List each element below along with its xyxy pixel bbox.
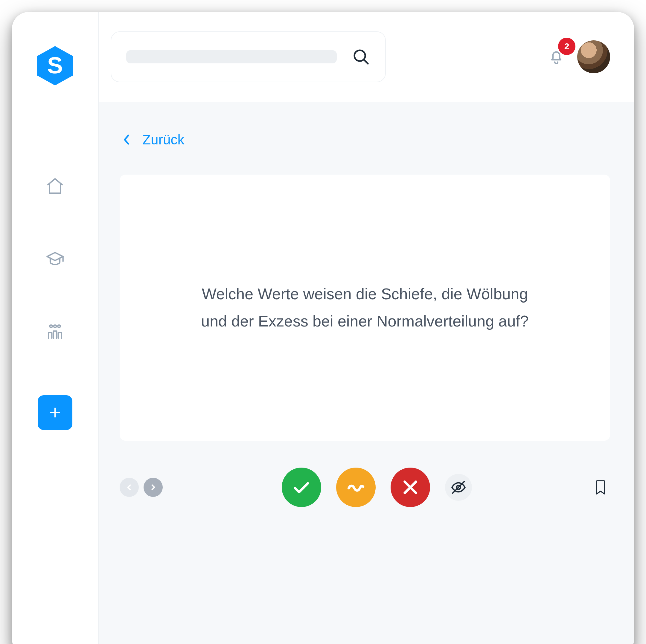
answer-actions [163,468,591,507]
content-area: Zurück Welche Werte weisen die Schiefe, … [99,102,634,644]
correct-button[interactable] [282,468,321,507]
svg-line-7 [364,60,368,64]
chevron-right-icon [149,484,157,491]
svg-point-2 [54,325,57,328]
flashcard: Welche Werte weisen die Schiefe, die Wöl… [120,174,610,441]
svg-point-1 [49,325,52,328]
flashcard-question: Welche Werte weisen die Schiefe, die Wöl… [200,280,529,335]
sidebar-nav [45,176,65,342]
sidebar: S [12,12,99,644]
search-input[interactable] [111,31,386,82]
bottom-controls [120,468,610,507]
chevron-left-icon [123,134,130,146]
wrong-button[interactable] [391,468,430,507]
people-icon[interactable] [45,322,65,342]
chevron-left-icon [125,484,133,491]
graduation-cap-icon[interactable] [45,249,65,268]
avatar[interactable] [577,40,610,73]
svg-point-3 [58,325,61,328]
pager [120,478,163,497]
main-column: 2 Zurück Welche Werte weisen die Schiefe… [99,12,634,644]
back-link[interactable]: Zurück [123,132,610,148]
app-logo: S [34,45,76,87]
notifications-badge: 2 [558,38,575,55]
pager-prev-button [120,478,139,497]
partial-button[interactable] [336,468,375,507]
app-frame: S [12,12,634,644]
wave-icon [346,478,365,497]
search-icon [352,47,370,66]
logo-letter: S [47,52,63,78]
topbar: 2 [99,12,634,102]
check-icon [292,478,311,497]
back-label: Zurück [142,132,185,148]
eye-off-icon [451,480,466,495]
pager-next-button[interactable] [143,478,163,497]
notifications-button[interactable]: 2 [547,48,565,66]
bookmark-icon [594,479,607,496]
cross-icon [401,478,420,497]
hide-button[interactable] [445,474,472,501]
home-icon[interactable] [45,176,65,196]
search-placeholder-bar [126,50,337,63]
add-button[interactable] [38,395,72,430]
bookmark-button[interactable] [591,478,610,497]
